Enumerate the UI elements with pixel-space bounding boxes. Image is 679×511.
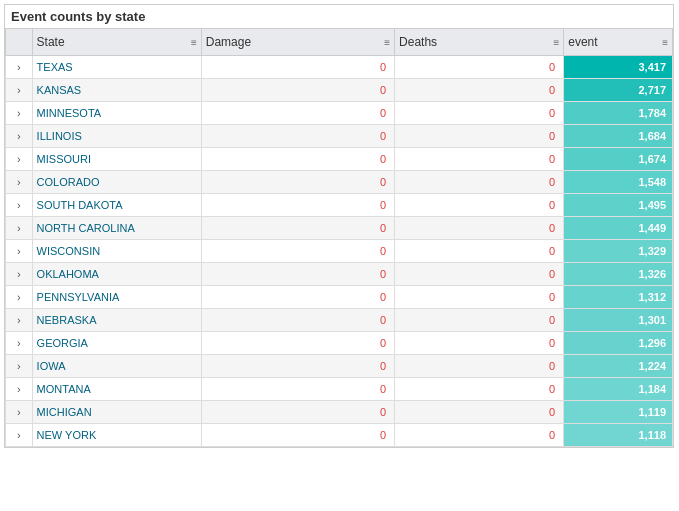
expand-cell[interactable]: ›	[6, 171, 33, 194]
deaths-cell: 0	[395, 309, 564, 332]
col-damage-sort-icon[interactable]: ≡	[384, 37, 390, 48]
expand-cell[interactable]: ›	[6, 332, 33, 355]
expand-cell[interactable]: ›	[6, 286, 33, 309]
table-row: ›SOUTH DAKOTA001,495	[6, 194, 673, 217]
event-cell: 1,784	[564, 102, 673, 125]
damage-cell: 0	[201, 355, 394, 378]
table-body: ›TEXAS003,417›KANSAS002,717›MINNESOTA001…	[6, 56, 673, 447]
col-state-sort-icon[interactable]: ≡	[191, 37, 197, 48]
deaths-cell: 0	[395, 355, 564, 378]
table-header-row: State ≡ Damage ≡ Deaths ≡	[6, 29, 673, 56]
expand-cell[interactable]: ›	[6, 125, 33, 148]
damage-cell: 0	[201, 194, 394, 217]
expand-cell[interactable]: ›	[6, 148, 33, 171]
table-row: ›MISSOURI001,674	[6, 148, 673, 171]
state-cell: NORTH CAROLINA	[32, 217, 201, 240]
state-cell: MICHIGAN	[32, 401, 201, 424]
col-damage-label: Damage	[206, 35, 251, 49]
event-cell: 1,301	[564, 309, 673, 332]
table-row: ›ILLINOIS001,684	[6, 125, 673, 148]
deaths-cell: 0	[395, 56, 564, 79]
state-cell: IOWA	[32, 355, 201, 378]
damage-cell: 0	[201, 102, 394, 125]
event-counts-widget: Event counts by state State ≡ Damage ≡	[4, 4, 674, 448]
col-deaths-sort-icon[interactable]: ≡	[553, 37, 559, 48]
table-row: ›PENNSYLVANIA001,312	[6, 286, 673, 309]
table-row: ›NORTH CAROLINA001,449	[6, 217, 673, 240]
state-cell: PENNSYLVANIA	[32, 286, 201, 309]
table-row: ›MICHIGAN001,119	[6, 401, 673, 424]
table-row: ›IOWA001,224	[6, 355, 673, 378]
event-cell: 1,184	[564, 378, 673, 401]
state-cell: GEORGIA	[32, 332, 201, 355]
state-cell: SOUTH DAKOTA	[32, 194, 201, 217]
event-cell: 1,312	[564, 286, 673, 309]
expand-cell[interactable]: ›	[6, 309, 33, 332]
table-row: ›COLORADO001,548	[6, 171, 673, 194]
expand-cell[interactable]: ›	[6, 217, 33, 240]
col-event-label: event	[568, 35, 597, 49]
damage-cell: 0	[201, 217, 394, 240]
deaths-cell: 0	[395, 125, 564, 148]
col-expand-header	[6, 29, 33, 56]
event-cell: 1,296	[564, 332, 673, 355]
table-row: ›MONTANA001,184	[6, 378, 673, 401]
damage-cell: 0	[201, 401, 394, 424]
event-cell: 1,548	[564, 171, 673, 194]
state-cell: WISCONSIN	[32, 240, 201, 263]
expand-cell[interactable]: ›	[6, 79, 33, 102]
event-cell: 1,449	[564, 217, 673, 240]
damage-cell: 0	[201, 332, 394, 355]
state-cell: NEW YORK	[32, 424, 201, 447]
table-row: ›NEW YORK001,118	[6, 424, 673, 447]
event-cell: 1,495	[564, 194, 673, 217]
deaths-cell: 0	[395, 171, 564, 194]
event-cell: 1,674	[564, 148, 673, 171]
damage-cell: 0	[201, 309, 394, 332]
expand-cell[interactable]: ›	[6, 56, 33, 79]
event-cell: 1,326	[564, 263, 673, 286]
event-cell: 1,684	[564, 125, 673, 148]
damage-cell: 0	[201, 424, 394, 447]
expand-cell[interactable]: ›	[6, 102, 33, 125]
deaths-cell: 0	[395, 286, 564, 309]
event-cell: 1,224	[564, 355, 673, 378]
damage-cell: 0	[201, 286, 394, 309]
state-cell: MISSOURI	[32, 148, 201, 171]
expand-cell[interactable]: ›	[6, 240, 33, 263]
deaths-cell: 0	[395, 332, 564, 355]
event-cell: 3,417	[564, 56, 673, 79]
state-cell: MINNESOTA	[32, 102, 201, 125]
table-row: ›MINNESOTA001,784	[6, 102, 673, 125]
widget-title: Event counts by state	[5, 5, 673, 28]
deaths-cell: 0	[395, 240, 564, 263]
expand-cell[interactable]: ›	[6, 401, 33, 424]
expand-cell[interactable]: ›	[6, 378, 33, 401]
deaths-cell: 0	[395, 148, 564, 171]
damage-cell: 0	[201, 56, 394, 79]
state-cell: TEXAS	[32, 56, 201, 79]
table-row: ›TEXAS003,417	[6, 56, 673, 79]
damage-cell: 0	[201, 240, 394, 263]
col-deaths-header[interactable]: Deaths ≡	[395, 29, 564, 56]
damage-cell: 0	[201, 148, 394, 171]
event-cell: 1,119	[564, 401, 673, 424]
state-cell: NEBRASKA	[32, 309, 201, 332]
deaths-cell: 0	[395, 424, 564, 447]
col-state-header[interactable]: State ≡	[32, 29, 201, 56]
expand-cell[interactable]: ›	[6, 355, 33, 378]
expand-cell[interactable]: ›	[6, 263, 33, 286]
expand-cell[interactable]: ›	[6, 424, 33, 447]
expand-cell[interactable]: ›	[6, 194, 33, 217]
state-cell: OKLAHOMA	[32, 263, 201, 286]
deaths-cell: 0	[395, 217, 564, 240]
damage-cell: 0	[201, 378, 394, 401]
col-event-sort-icon[interactable]: ≡	[662, 37, 668, 48]
damage-cell: 0	[201, 171, 394, 194]
col-deaths-label: Deaths	[399, 35, 437, 49]
col-event-header[interactable]: event ≡	[564, 29, 673, 56]
damage-cell: 0	[201, 263, 394, 286]
data-table: State ≡ Damage ≡ Deaths ≡	[5, 28, 673, 447]
table-row: ›GEORGIA001,296	[6, 332, 673, 355]
col-damage-header[interactable]: Damage ≡	[201, 29, 394, 56]
